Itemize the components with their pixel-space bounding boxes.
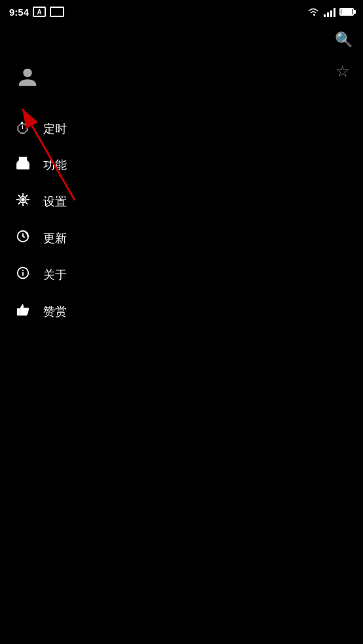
menu-item-appreciate[interactable]: 赞赏	[0, 293, 363, 330]
update-label: 更新	[43, 230, 67, 246]
status-box-icon	[50, 7, 64, 17]
menu-item-update[interactable]: 更新	[0, 220, 363, 257]
menu-item-settings[interactable]: 设置	[0, 183, 363, 220]
search-icon[interactable]: 🔍	[335, 31, 353, 48]
timer-label: 定时	[43, 121, 67, 137]
about-icon	[13, 266, 33, 284]
svg-point-4	[21, 198, 25, 202]
user-section	[0, 56, 363, 105]
features-icon	[13, 156, 33, 174]
toolbar: 🔍	[0, 24, 363, 56]
appreciate-label: 赞赏	[43, 304, 67, 319]
menu-item-about[interactable]: 关于	[0, 257, 363, 293]
status-a-icon: A	[33, 7, 46, 17]
status-time: 9:54	[9, 7, 29, 18]
avatar-icon	[14, 64, 41, 90]
settings-icon	[13, 192, 33, 211]
battery-icon	[339, 8, 354, 16]
user-avatar[interactable]	[13, 63, 42, 92]
timer-icon: ⏱	[13, 120, 33, 137]
status-right-icons	[307, 7, 354, 17]
menu-item-features[interactable]: 功能	[0, 147, 363, 183]
settings-label: 设置	[43, 194, 67, 209]
menu-list: ⏱ 定时 功能 设置 更新	[0, 111, 363, 330]
svg-point-0	[23, 69, 31, 77]
menu-item-timer[interactable]: ⏱ 定时	[0, 111, 363, 147]
update-icon	[13, 229, 33, 247]
about-label: 关于	[43, 267, 67, 283]
signal-icon	[324, 7, 335, 17]
features-label: 功能	[43, 157, 67, 173]
favorite-star-button[interactable]: ☆	[335, 62, 350, 80]
appreciate-icon	[13, 302, 33, 321]
status-bar: 9:54 A	[0, 0, 363, 24]
wifi-icon	[307, 7, 320, 17]
